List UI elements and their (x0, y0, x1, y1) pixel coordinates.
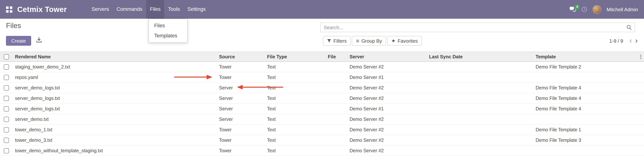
cell-last-sync (428, 114, 534, 124)
user-name[interactable]: Mitchell Admin (606, 6, 638, 12)
row-checkbox[interactable] (4, 75, 9, 80)
pager-value: 1-9 / 9 (609, 38, 623, 44)
top-navbar: Cetmix Tower Servers Commands Files Tool… (0, 0, 644, 19)
cell-file-type: Text (266, 72, 326, 82)
cell-server: Demo Server #2 (348, 62, 428, 72)
messages-button[interactable]: 4 (569, 6, 576, 12)
export-button[interactable] (36, 37, 42, 43)
table-row[interactable]: server_demo_logs.txt Server Text Demo Se… (0, 82, 644, 93)
cell-server: Demo Server #2 (348, 135, 428, 145)
pager-previous-button[interactable]: ‹ (630, 36, 632, 46)
activities-button[interactable] (581, 6, 587, 12)
dropdown-item-files[interactable]: Files (149, 21, 187, 31)
cell-last-sync (428, 62, 534, 72)
table-header-row: Rendered Name Source File Type File Serv… (0, 52, 644, 62)
cell-file-type: Text (266, 124, 326, 135)
cell-last-sync (428, 72, 534, 82)
group-by-label: Group By (362, 38, 382, 44)
cell-file-type: Text (266, 145, 326, 156)
optional-columns-icon[interactable]: ⋮ (638, 54, 643, 60)
row-checkbox-cell (0, 72, 14, 82)
table-row[interactable]: server_demo_logs.txt Server Text Demo Se… (0, 93, 644, 103)
cell-server: Demo Server #2 (348, 93, 428, 103)
search-box (320, 22, 635, 32)
menu-commands[interactable]: Commands (113, 0, 146, 19)
cell-template (534, 114, 638, 124)
col-file-type[interactable]: File Type (266, 52, 326, 62)
main-menu: Servers Commands Files Tools Settings (88, 0, 210, 19)
row-checkbox[interactable] (4, 127, 9, 132)
cell-template: Demo File Template 4 (534, 93, 638, 103)
col-server[interactable]: Server (348, 52, 428, 62)
cell-source: Server (218, 82, 266, 93)
page-title: Files (6, 22, 21, 30)
create-button[interactable]: Create (6, 36, 31, 46)
row-checkbox[interactable] (4, 85, 9, 90)
col-source[interactable]: Source (218, 52, 266, 62)
cell-rendered-name: tower_demo_without_template_staging.txt (14, 145, 218, 156)
cell-template: Demo File Template 2 (534, 62, 638, 72)
table-row[interactable]: tower_demo_without_template_staging.txt … (0, 145, 644, 156)
row-checkbox-cell (0, 114, 14, 124)
cell-server: Demo Server #2 (348, 114, 428, 124)
navbar-systray: 4 Mitchell Admin (569, 5, 644, 14)
group-by-button[interactable]: ≡ Group By (352, 36, 386, 46)
row-checkbox[interactable] (4, 106, 9, 111)
row-checkbox-cell (0, 145, 14, 156)
menu-files[interactable]: Files (146, 0, 164, 19)
filters-button[interactable]: Filters (323, 36, 351, 46)
menu-servers[interactable]: Servers (88, 0, 113, 19)
row-checkbox[interactable] (4, 117, 9, 122)
select-all-checkbox[interactable] (4, 54, 9, 60)
cell-file-type: Text (266, 62, 326, 72)
cell-template: Demo File Template 4 (534, 82, 638, 93)
cell-rendered-name: tower_demo_3.txt (14, 135, 218, 145)
menu-tools[interactable]: Tools (164, 0, 184, 19)
table-row[interactable]: tower_demo_3.txt Tower Text Demo Server … (0, 135, 644, 145)
col-rendered-name[interactable]: Rendered Name (14, 52, 218, 62)
favorites-label: Favorites (398, 38, 418, 44)
cell-last-sync (428, 93, 534, 103)
cell-source: Tower (218, 62, 266, 72)
search-input[interactable] (321, 23, 626, 32)
apps-grid-icon[interactable] (6, 6, 12, 12)
col-file[interactable]: File (326, 52, 348, 62)
cell-source: Tower (218, 124, 266, 135)
table-row[interactable]: server_demo.txt Server Text Demo Server … (0, 114, 644, 124)
optional-columns-cell: ⋮ (638, 52, 644, 62)
cell-source: Tower (218, 135, 266, 145)
row-checkbox[interactable] (4, 96, 9, 101)
cell-template: Demo File Template 4 (534, 103, 638, 114)
app-brand[interactable]: Cetmix Tower (17, 5, 67, 14)
row-checkbox-cell (0, 82, 14, 93)
cell-rendered-name: staging_tower_demo_2.txt (14, 62, 218, 72)
table-row[interactable]: tower_demo_1.txt Tower Text Demo Server … (0, 124, 644, 135)
user-avatar[interactable] (592, 5, 601, 14)
col-template[interactable]: Template (534, 52, 638, 62)
cell-file (326, 124, 348, 135)
row-checkbox[interactable] (4, 138, 9, 143)
table-row[interactable]: repos.yaml Tower Text Demo Server #1 (0, 72, 644, 82)
cell-rendered-name: server_demo.txt (14, 114, 218, 124)
row-checkbox[interactable] (4, 148, 9, 153)
cell-source: Server (218, 93, 266, 103)
col-last-sync-date[interactable]: Last Sync Date (428, 52, 534, 62)
row-checkbox[interactable] (4, 64, 9, 70)
table-row[interactable]: staging_tower_demo_2.txt Tower Text Demo… (0, 62, 644, 72)
files-menu-dropdown: Files Templates (148, 19, 188, 43)
pager-next-button[interactable]: › (635, 36, 638, 46)
files-table: Rendered Name Source File Type File Serv… (0, 52, 644, 156)
favorites-button[interactable]: ★ Favorites (387, 36, 422, 46)
row-checkbox-cell (0, 103, 14, 114)
search-icon[interactable] (626, 24, 632, 30)
cell-file-type: Text (266, 103, 326, 114)
cell-last-sync (428, 124, 534, 135)
menu-settings[interactable]: Settings (184, 0, 210, 19)
cell-file-type: Text (266, 82, 326, 93)
search-options: Filters ≡ Group By ★ Favorites (323, 36, 422, 46)
cell-file (326, 72, 348, 82)
table-row[interactable]: server_demo_logs.txt Server Text Demo Se… (0, 103, 644, 114)
cell-rendered-name: server_demo_logs.txt (14, 103, 218, 114)
dropdown-item-templates[interactable]: Templates (149, 31, 187, 41)
download-icon (36, 37, 42, 43)
